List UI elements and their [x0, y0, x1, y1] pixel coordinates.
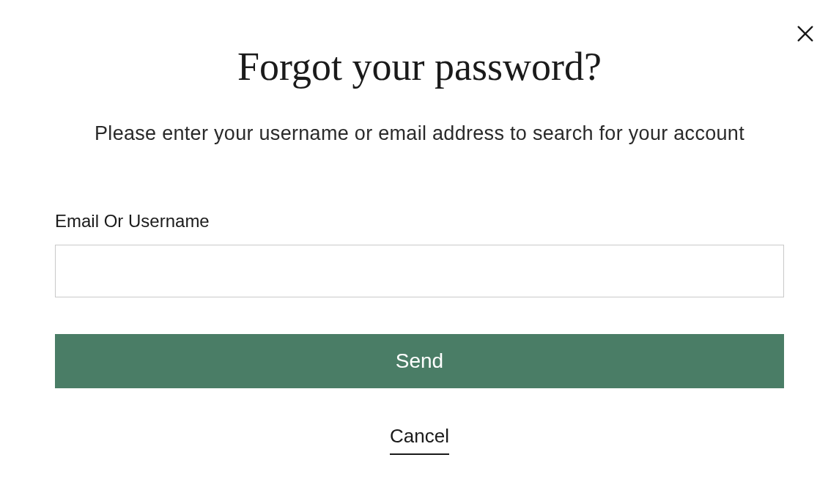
modal-title: Forgot your password?	[55, 44, 784, 89]
close-button[interactable]	[794, 22, 817, 45]
cancel-wrap: Cancel	[55, 425, 784, 455]
email-username-input[interactable]	[55, 245, 784, 297]
send-button[interactable]: Send	[55, 334, 784, 388]
modal-subtitle: Please enter your username or email addr…	[55, 122, 784, 145]
email-username-group: Email Or Username	[55, 211, 784, 297]
cancel-link[interactable]: Cancel	[390, 425, 449, 455]
email-username-label: Email Or Username	[55, 211, 784, 231]
close-icon	[795, 23, 816, 44]
forgot-password-modal: Forgot your password? Please enter your …	[0, 0, 839, 504]
